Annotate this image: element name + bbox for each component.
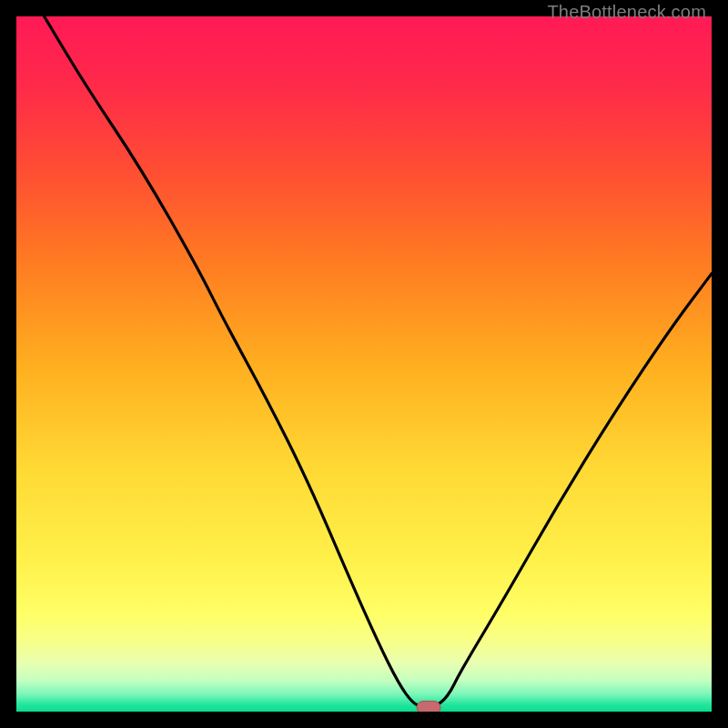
chart-frame [16,16,712,712]
bottleneck-plot [16,16,712,712]
optimal-marker [417,701,440,712]
watermark-text: TheBottleneck.com [547,2,706,23]
